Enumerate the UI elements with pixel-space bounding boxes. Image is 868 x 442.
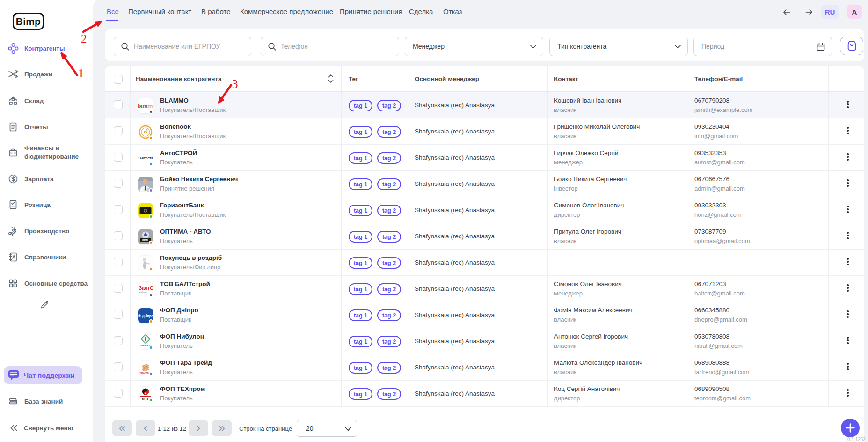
svg-text:ХПГ: ХПГ xyxy=(142,398,150,401)
svg-text:2: 2 xyxy=(81,32,87,45)
svg-text:1: 1 xyxy=(78,67,84,80)
svg-text:GEEL: GEEL xyxy=(142,239,150,242)
svg-text:A: A xyxy=(12,255,15,260)
